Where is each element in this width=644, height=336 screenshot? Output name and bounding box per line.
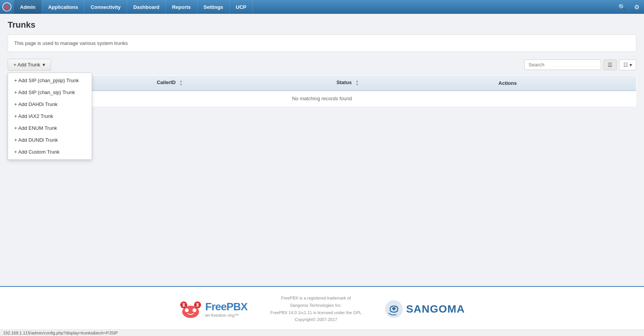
list-view-icon: ☰ xyxy=(608,62,613,68)
sort-icon-status: ▲▼ xyxy=(356,79,359,86)
sort-icon-callerid: ▲▼ xyxy=(179,79,183,86)
nav-menu: Admin Applications Connectivity Dashboar… xyxy=(14,0,615,14)
svg-point-8 xyxy=(193,308,196,312)
search-input[interactable] xyxy=(524,60,601,70)
table-body: No matching records found xyxy=(8,91,636,106)
nav-item-dashboard[interactable]: Dashboard xyxy=(127,0,166,14)
footer-line3: FreePBX 14.0.1rc1.11 is licensed under t… xyxy=(270,309,362,316)
footer-line2: Sangoma Technologies Inc. xyxy=(270,302,362,309)
add-trunk-button[interactable]: + Add Trunk ▾ xyxy=(8,59,51,71)
dropdown-item-sip-chansip[interactable]: + Add SIP (chan_sip) Trunk xyxy=(8,86,92,98)
empty-message: No matching records found xyxy=(8,91,636,106)
svg-point-7 xyxy=(185,308,189,312)
col-callerid[interactable]: CallerID ▲▼ xyxy=(152,76,331,91)
footer-line4: Copyright© 2007-2017 xyxy=(270,316,362,323)
grid-view-button[interactable]: ☷ ▾ xyxy=(619,60,636,70)
freepbx-brand-name: FreePBX xyxy=(205,301,247,313)
navbar-right: 🔍 ⚙ xyxy=(615,0,644,14)
nav-item-connectivity[interactable]: Connectivity xyxy=(84,0,127,14)
table-row-empty: No matching records found xyxy=(8,91,636,106)
dropdown-item-dahdi[interactable]: + Add DAHDi Trunk xyxy=(8,98,92,110)
logo-icon xyxy=(2,2,12,12)
dropdown-arrow-icon: ▾ xyxy=(43,62,45,68)
nav-item-admin[interactable]: Admin xyxy=(14,0,42,14)
toolbar-row: + Add Trunk ▾ + Add SIP (chan_pjsip) Tru… xyxy=(8,59,636,71)
grid-view-arrow: ▾ xyxy=(629,62,632,68)
gear-icon: ⚙ xyxy=(634,3,639,11)
nav-item-applications[interactable]: Applications xyxy=(42,0,84,14)
status-url: 192.168.1.115/admin/config.php?display=t… xyxy=(3,331,118,335)
nav-item-settings[interactable]: Settings xyxy=(198,0,230,14)
freepbx-logo-area: FreePBX let freedom ring™ xyxy=(179,300,247,319)
svg-point-16 xyxy=(393,308,395,310)
dropdown-item-iax2[interactable]: + Add IAX2 Trunk xyxy=(8,110,92,122)
settings-button[interactable]: ⚙ xyxy=(629,0,644,14)
svg-point-6 xyxy=(182,306,199,318)
col-actions: Actions xyxy=(493,76,636,91)
sangoma-brand-name: SANGOMA xyxy=(406,303,465,315)
footer-sangoma-logo: SANGOMA xyxy=(385,300,465,318)
toolbar-right: ☰ ☷ ▾ xyxy=(524,60,636,70)
search-icon: 🔍 xyxy=(618,3,626,11)
dropdown-item-custom[interactable]: + Add Custom Trunk xyxy=(8,146,92,158)
footer: FreePBX let freedom ring™ FreePBX is a r… xyxy=(0,286,644,329)
freepbx-logo xyxy=(0,0,14,14)
trunks-table: Tech ▲▼ CallerID ▲▼ Status ▲▼ Actions No… xyxy=(8,75,636,106)
nav-item-reports[interactable]: Reports xyxy=(166,0,197,14)
footer-line1: FreePBX is a registered trademark of xyxy=(270,295,362,302)
add-trunk-label: + Add Trunk xyxy=(13,62,40,68)
dropdown-item-sip-pjsip[interactable]: + Add SIP (chan_pjsip) Trunk xyxy=(8,74,92,86)
info-box: This page is used to manage various syst… xyxy=(8,35,636,52)
add-trunk-dropdown: + Add SIP (chan_pjsip) Trunk + Add SIP (… xyxy=(8,73,92,160)
page-content: Trunks This page is used to manage vario… xyxy=(0,14,644,286)
freepbx-tagline: let freedom ring™ xyxy=(205,313,247,318)
footer-center-text: FreePBX is a registered trademark of San… xyxy=(270,295,362,323)
add-trunk-container: + Add Trunk ▾ + Add SIP (chan_pjsip) Tru… xyxy=(8,59,51,71)
grid-view-icon: ☷ xyxy=(623,62,628,68)
freepbx-text: FreePBX let freedom ring™ xyxy=(205,301,247,318)
table-header: Tech ▲▼ CallerID ▲▼ Status ▲▼ Actions xyxy=(8,76,636,91)
navbar: Admin Applications Connectivity Dashboar… xyxy=(0,0,644,14)
search-button[interactable]: 🔍 xyxy=(615,0,629,14)
dropdown-item-dundi[interactable]: + Add DUNDi Trunk xyxy=(8,134,92,146)
nav-item-ucp[interactable]: UCP xyxy=(230,0,253,14)
dropdown-item-enum[interactable]: + Add ENUM Trunk xyxy=(8,122,92,134)
footer-freepbx-logo: FreePBX let freedom ring™ xyxy=(179,300,247,319)
freepbx-frog-icon xyxy=(179,300,202,319)
sangoma-icon xyxy=(385,300,403,318)
page-title: Trunks xyxy=(8,20,636,30)
col-status[interactable]: Status ▲▼ xyxy=(331,76,493,91)
list-view-button[interactable]: ☰ xyxy=(603,60,617,70)
status-bar: 192.168.1.115/admin/config.php?display=t… xyxy=(0,329,644,336)
